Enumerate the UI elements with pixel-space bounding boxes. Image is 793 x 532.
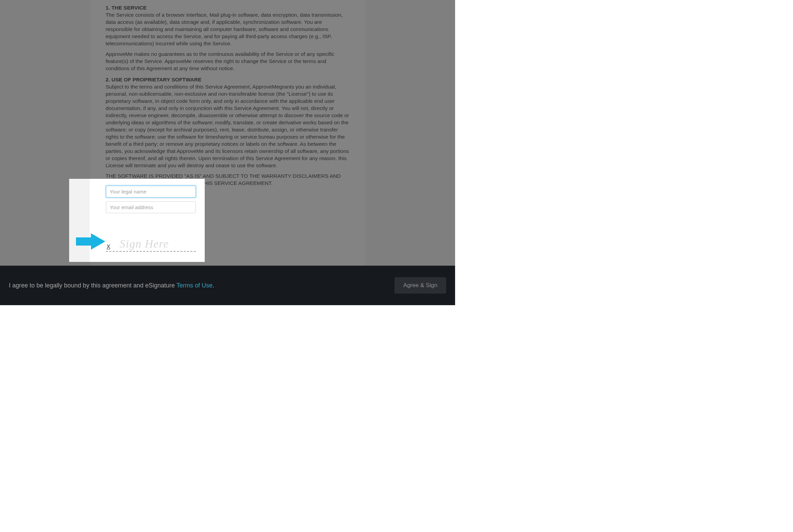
email-input[interactable] bbox=[106, 201, 196, 213]
signature-field[interactable]: X Sign Here bbox=[106, 235, 196, 252]
section-1-paragraph-1: The Service consists of a browser interf… bbox=[106, 11, 350, 47]
signature-popup: X Sign Here bbox=[69, 179, 205, 262]
footer-text-suffix: . bbox=[213, 282, 214, 289]
section-2-title: 2. USE OF PROPRIETARY SOFTWARE bbox=[106, 76, 350, 83]
footer-bar: I agree to be legally bound by this agre… bbox=[0, 266, 455, 305]
section-1-paragraph-2: ApproveMe makes no guarantees as to the … bbox=[106, 50, 350, 72]
signature-placeholder: Sign Here bbox=[120, 237, 169, 250]
section-2-paragraph-1: Subject to the terms and conditions of t… bbox=[106, 83, 350, 169]
popup-content: X Sign Here bbox=[90, 179, 205, 262]
terms-of-use-link[interactable]: Terms of Use bbox=[176, 282, 213, 289]
footer-text-prefix: I agree to be legally bound by this agre… bbox=[9, 282, 176, 289]
legal-name-input[interactable] bbox=[106, 186, 196, 198]
section-1-title: 1. THE SERVICE bbox=[106, 4, 350, 11]
agree-and-sign-button[interactable]: Agree & Sign bbox=[394, 277, 446, 294]
signature-x-mark: X bbox=[107, 244, 110, 250]
svg-marker-0 bbox=[76, 233, 105, 250]
footer-agreement-text: I agree to be legally bound by this agre… bbox=[9, 282, 214, 289]
arrow-right-icon bbox=[76, 233, 105, 250]
signature-line bbox=[106, 251, 196, 252]
